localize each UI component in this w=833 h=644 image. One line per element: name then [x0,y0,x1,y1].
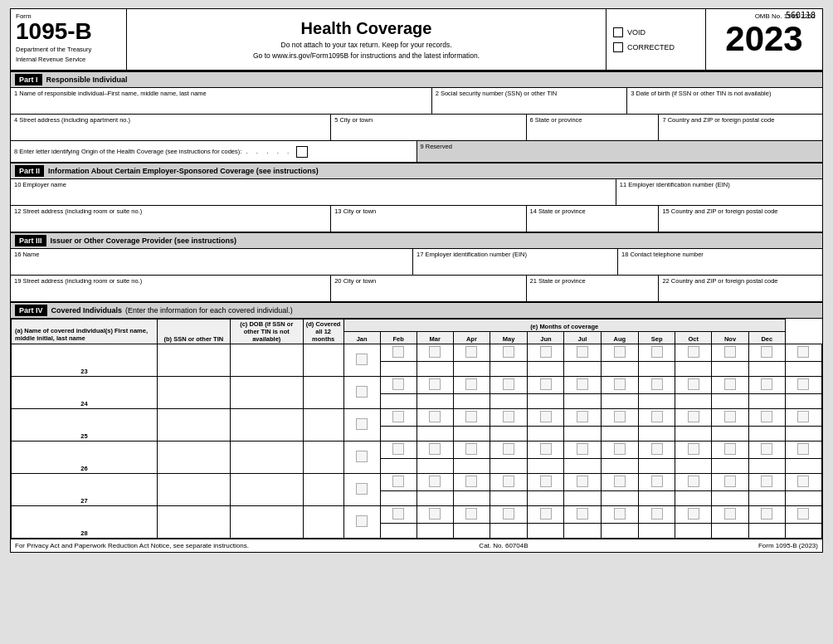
month-aug-25[interactable] [639,409,675,427]
field-1-input[interactable] [14,97,428,112]
month-dec-27[interactable] [785,474,821,491]
month-sep-23[interactable] [675,344,712,362]
covered-12-28[interactable] [343,506,380,539]
covered-12-checkbox-25[interactable] [356,418,368,430]
name-input-25-b[interactable] [157,427,230,442]
ssn-input-24[interactable] [230,377,303,409]
month-jul-23[interactable] [601,344,638,362]
name-input-27-b[interactable] [157,491,230,506]
month-oct-27[interactable] [712,474,748,491]
field-11-input[interactable] [620,188,819,203]
month-feb-28[interactable] [416,506,453,524]
field-17-input[interactable] [416,258,614,273]
covered-12-checkbox-26[interactable] [356,451,368,462]
month-jul-28[interactable] [601,506,638,524]
field-12-input[interactable] [14,215,327,230]
ssn-input-25[interactable] [230,409,303,442]
covered-12-25[interactable] [343,409,380,442]
covered-12-checkbox-24[interactable] [356,386,368,398]
name-input-28-b[interactable] [157,524,230,539]
ssn-input-23[interactable] [230,344,303,377]
month-oct-26[interactable] [712,442,748,459]
ssn-input-27[interactable] [230,474,303,506]
month-mar-28[interactable] [453,506,490,524]
month-jul-26[interactable] [601,442,638,459]
covered-12-24[interactable] [343,377,380,409]
month-apr-26[interactable] [490,442,527,459]
month-sep-27[interactable] [675,474,712,491]
field-22-input[interactable] [662,285,819,300]
month-may-26[interactable] [528,442,564,459]
month-oct-23[interactable] [712,344,748,362]
month-aug-26[interactable] [639,442,675,459]
dob-input-23[interactable] [303,344,343,377]
month-jun-28[interactable] [564,506,601,524]
covered-12-checkbox-27[interactable] [356,483,368,495]
covered-12-23[interactable] [343,344,380,377]
month-mar-26[interactable] [453,442,490,459]
month-nov-27[interactable] [748,474,785,491]
month-feb-23[interactable] [416,344,453,362]
month-feb-27[interactable] [416,474,453,491]
month-may-23[interactable] [528,344,564,362]
month-jan-23[interactable] [380,344,416,362]
month-jun-27[interactable] [564,474,601,491]
void-checkbox[interactable] [613,27,623,37]
month-dec-25[interactable] [785,409,821,427]
month-may-27[interactable] [528,474,564,491]
field-13-input[interactable] [334,215,522,230]
field-7-input[interactable] [662,124,819,139]
month-mar-27[interactable] [453,474,490,491]
field-19-input[interactable] [14,285,327,300]
dob-input-24[interactable] [303,377,343,409]
month-dec-28[interactable] [785,506,821,524]
dob-input-26[interactable] [303,442,343,474]
month-aug-23[interactable] [639,344,675,362]
month-may-24[interactable] [528,377,564,394]
month-dec-26[interactable] [785,442,821,459]
month-jul-24[interactable] [601,377,638,394]
name-input-26-b[interactable] [157,459,230,474]
field-3-input[interactable] [631,97,819,112]
month-jan-24[interactable] [380,377,416,394]
month-nov-23[interactable] [748,344,785,362]
field-10-input[interactable] [14,188,612,203]
month-jun-25[interactable] [564,409,601,427]
field-5-input[interactable] [334,124,522,139]
month-jul-25[interactable] [601,409,638,427]
name-input-23-b[interactable] [157,362,230,377]
month-jun-26[interactable] [564,442,601,459]
month-jun-24[interactable] [564,377,601,394]
name-input-26[interactable] [157,442,230,459]
month-apr-25[interactable] [490,409,527,427]
month-jan-27[interactable] [380,474,416,491]
covered-12-checkbox-23[interactable] [356,354,368,365]
month-dec-23[interactable] [785,344,821,362]
field-2-input[interactable] [436,97,624,112]
month-nov-28[interactable] [748,506,785,524]
name-input-25[interactable] [157,409,230,427]
month-aug-27[interactable] [639,474,675,491]
month-apr-27[interactable] [490,474,527,491]
dob-input-25[interactable] [303,409,343,442]
month-aug-28[interactable] [639,506,675,524]
name-input-24[interactable] [157,377,230,394]
month-oct-25[interactable] [712,409,748,427]
month-may-28[interactable] [528,506,564,524]
field-15-input[interactable] [662,215,819,230]
field-16-input[interactable] [14,258,409,273]
field-4-input[interactable] [14,124,327,139]
month-oct-28[interactable] [712,506,748,524]
month-nov-26[interactable] [748,442,785,459]
month-apr-28[interactable] [490,506,527,524]
name-input-24-b[interactable] [157,394,230,409]
month-dec-24[interactable] [785,377,821,394]
corrected-checkbox[interactable] [613,42,623,52]
month-may-25[interactable] [528,409,564,427]
dob-input-28[interactable] [303,506,343,539]
month-sep-24[interactable] [675,377,712,394]
month-apr-24[interactable] [490,377,527,394]
field-8-input[interactable] [296,146,308,158]
month-jan-28[interactable] [380,506,416,524]
name-input-23[interactable] [157,344,230,362]
